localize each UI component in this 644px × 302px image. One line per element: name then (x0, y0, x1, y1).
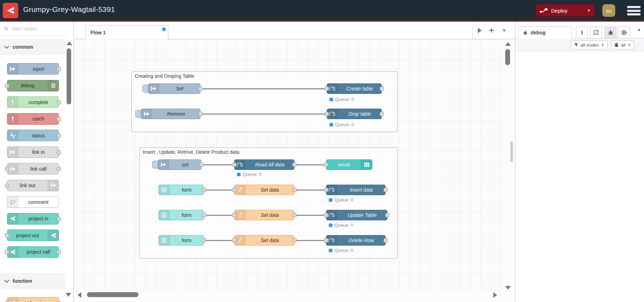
palette-scroll-down[interactable] (66, 293, 71, 297)
output-port[interactable] (202, 238, 206, 242)
palette-node-catch[interactable]: catch (7, 113, 59, 125)
flow-node-insert-data[interactable]: Insert data (326, 185, 386, 195)
flow-node-read-all-data[interactable]: Read All data (234, 159, 294, 170)
output-port[interactable] (57, 117, 61, 121)
flow-node-set-data[interactable]: fSet data (234, 185, 294, 195)
input-port[interactable] (5, 84, 9, 88)
flow-node-form[interactable]: form (158, 185, 204, 195)
flow-canvas[interactable]: Creating and Droping TableInsert , Updat… (74, 39, 515, 302)
wire[interactable] (296, 190, 324, 191)
output-port[interactable] (57, 150, 61, 155)
input-port[interactable] (5, 250, 9, 254)
input-port[interactable] (5, 167, 9, 171)
sidebar-help-button[interactable] (590, 27, 602, 39)
tab-flow-1[interactable]: Flow 1 (85, 25, 168, 39)
wire[interactable] (202, 88, 325, 89)
flow-node-set[interactable]: Set (148, 83, 201, 94)
flow-node-form[interactable]: form (158, 210, 204, 220)
sidebar-separator-handle[interactable] (510, 142, 513, 162)
wire[interactable] (206, 215, 232, 216)
canvas-scroll-up[interactable] (505, 42, 511, 46)
palette-node-function[interactable]: ffunction (7, 297, 59, 302)
flow-group-creating-and-droping-table[interactable]: Creating and Droping Table (131, 71, 398, 132)
flow-node-update-table[interactable]: Update Table (326, 210, 387, 220)
output-port[interactable] (57, 167, 61, 171)
palette-node-link-out[interactable]: link out (7, 180, 59, 191)
palette-filter-input[interactable] (11, 25, 62, 32)
output-port[interactable] (380, 112, 384, 116)
output-port[interactable] (202, 213, 206, 217)
output-port[interactable] (292, 213, 297, 217)
output-port[interactable] (57, 217, 61, 221)
output-port[interactable] (384, 238, 388, 242)
flow-node-delete-row[interactable]: Delete Row (326, 235, 386, 246)
sidebar-config-button[interactable] (618, 27, 630, 39)
input-port[interactable] (232, 213, 236, 217)
input-port[interactable] (5, 233, 9, 238)
canvas-scroll-left[interactable] (77, 292, 81, 298)
output-port[interactable] (202, 188, 206, 192)
output-port[interactable] (199, 163, 204, 167)
wire[interactable] (206, 190, 232, 191)
sidebar-debug-button[interactable] (605, 27, 617, 39)
deploy-button[interactable]: Deploy ▼ (536, 4, 595, 17)
input-port[interactable] (324, 163, 328, 167)
sidebar-tabs-menu[interactable]: ▼ (634, 22, 644, 39)
palette-node-link-call[interactable]: link call (7, 163, 59, 174)
flow-node-form[interactable]: form (158, 235, 204, 246)
input-port[interactable] (232, 188, 236, 192)
category-header-common[interactable]: common (0, 39, 66, 55)
output-port[interactable] (198, 87, 203, 91)
flow-node-remove[interactable]: Remove (141, 109, 201, 119)
wire[interactable] (296, 215, 324, 216)
canvas-scroll-right[interactable] (493, 292, 497, 298)
output-port[interactable] (57, 100, 61, 104)
wire[interactable] (296, 164, 324, 165)
output-port[interactable] (57, 133, 61, 138)
flow-node-create-table[interactable]: Create table (327, 83, 382, 94)
output-port[interactable] (57, 67, 61, 71)
input-port[interactable] (324, 188, 328, 192)
output-port[interactable] (384, 188, 388, 192)
wire[interactable] (296, 240, 324, 241)
debug-clear-button[interactable]: all ▼ (611, 40, 634, 49)
flow-list-button[interactable]: ▼ (499, 22, 509, 39)
input-port[interactable] (324, 238, 328, 242)
add-flow-button[interactable]: + (486, 22, 497, 39)
debug-filter-button[interactable]: all nodes ▼ (571, 40, 608, 49)
output-port[interactable] (292, 163, 297, 167)
input-port[interactable] (232, 238, 236, 242)
palette-node-inject[interactable]: inject (7, 63, 59, 75)
main-menu-button[interactable] (627, 6, 640, 15)
output-port[interactable] (198, 112, 203, 116)
flow-node-set-data[interactable]: fSet data (234, 235, 294, 246)
palette-node-debug[interactable]: debug (7, 80, 59, 91)
input-port[interactable] (324, 213, 328, 217)
output-port[interactable] (292, 188, 297, 192)
input-port[interactable] (232, 163, 236, 167)
palette-node-project-call[interactable]: project call (7, 246, 59, 258)
palette-node-project-out[interactable]: project out (7, 229, 59, 241)
flow-node-drop-table[interactable]: Drop table (327, 109, 382, 119)
category-header-function[interactable]: function (0, 273, 66, 289)
palette-node-link-in[interactable]: link in (7, 146, 59, 158)
deploy-dropdown-caret[interactable]: ▼ (583, 8, 591, 13)
output-port[interactable] (380, 87, 384, 91)
canvas-vscrollbar-thumb[interactable] (505, 49, 510, 65)
flow-node-set[interactable]: set (158, 159, 202, 170)
palette-node-complete[interactable]: complete (7, 96, 59, 108)
palette-node-comment[interactable]: comment (7, 196, 59, 208)
output-port[interactable] (385, 213, 389, 217)
sidebar-info-button[interactable]: i (576, 27, 588, 39)
input-port[interactable] (5, 184, 9, 188)
wire[interactable] (202, 114, 325, 115)
tab-debug[interactable]: debug (518, 26, 571, 39)
wire[interactable] (206, 240, 232, 241)
palette-scroll-up[interactable] (67, 41, 72, 45)
output-port[interactable] (57, 250, 61, 254)
flow-node-result[interactable]: result (326, 159, 372, 170)
palette-node-project-in[interactable]: project in (7, 213, 59, 225)
palette-node-status[interactable]: status (7, 130, 59, 141)
wire[interactable] (203, 164, 232, 165)
output-port[interactable] (292, 238, 297, 242)
